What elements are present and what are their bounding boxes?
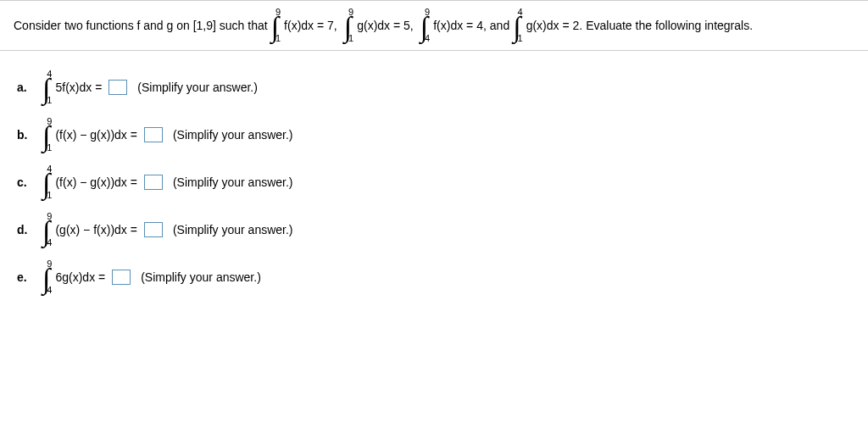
hint-text: (Simplify your answer.) — [173, 175, 293, 189]
part-label: b. — [17, 128, 34, 142]
integral-sign-icon: ∫ — [42, 79, 50, 99]
integral-sign-icon: ∫ — [42, 221, 50, 242]
part-e: e. ∫ 9 4 6g(x)dx = (Simplify your answer… — [17, 259, 851, 295]
hint-text: (Simplify your answer.) — [141, 270, 261, 284]
subparts-list: a. ∫ 4 1 5f(x)dx = (Simplify your answer… — [0, 51, 868, 314]
integral-sign-icon: ∫ — [42, 269, 50, 289]
integral-sign-icon: ∫ — [420, 17, 428, 37]
part-label: a. — [17, 81, 34, 94]
integral-sign-icon: ∫ — [42, 174, 50, 194]
integral-sign-icon: ∫ — [513, 17, 520, 37]
outro-text: Evaluate the following integrals. — [586, 19, 753, 32]
integral-sign-icon: ∫ — [271, 17, 279, 37]
part-integral: ∫ 9 4 (g(x) − f(x))dx = — [42, 212, 137, 248]
part-d: d. ∫ 9 4 (g(x) − f(x))dx = (Simplify you… — [17, 212, 851, 248]
part-a: a. ∫ 4 1 5f(x)dx = (Simplify your answer… — [17, 70, 851, 105]
hint-text: (Simplify your answer.) — [137, 81, 258, 94]
answer-input-b[interactable] — [144, 127, 163, 142]
answer-input-d[interactable] — [144, 222, 163, 237]
given-integral-2: ∫ 9 1 g(x)dx = 5, — [344, 8, 414, 43]
answer-input-a[interactable] — [108, 80, 127, 95]
intro-text: Consider two functions f and g on [1,9] … — [14, 19, 268, 32]
and-text: and — [490, 19, 509, 32]
part-integral: ∫ 4 1 5f(x)dx = — [42, 70, 102, 105]
answer-input-e[interactable] — [112, 270, 131, 285]
hint-text: (Simplify your answer.) — [173, 128, 293, 142]
part-c: c. ∫ 4 1 (f(x) − g(x))dx = (Simplify you… — [17, 164, 851, 200]
integral-sign-icon: ∫ — [344, 17, 352, 37]
given-integral-1: ∫ 9 1 f(x)dx = 7, — [271, 8, 337, 43]
given-integral-4: ∫ 4 1 g(x)dx = 2. — [513, 8, 582, 43]
problem-statement: Consider two functions f and g on [1,9] … — [0, 0, 868, 51]
part-label: c. — [17, 175, 34, 189]
hint-text: (Simplify your answer.) — [173, 223, 293, 236]
part-b: b. ∫ 9 1 (f(x) − g(x))dx = (Simplify you… — [17, 117, 851, 153]
part-integral: ∫ 9 1 (f(x) − g(x))dx = — [42, 117, 137, 153]
integral-sign-icon: ∫ — [42, 126, 50, 147]
answer-input-c[interactable] — [144, 175, 163, 190]
part-integral: ∫ 9 4 6g(x)dx = — [42, 259, 105, 295]
part-label: d. — [17, 223, 34, 236]
given-integral-3: ∫ 9 4 f(x)dx = 4, — [420, 8, 487, 43]
part-label: e. — [17, 270, 34, 284]
part-integral: ∫ 4 1 (f(x) − g(x))dx = — [42, 164, 137, 200]
